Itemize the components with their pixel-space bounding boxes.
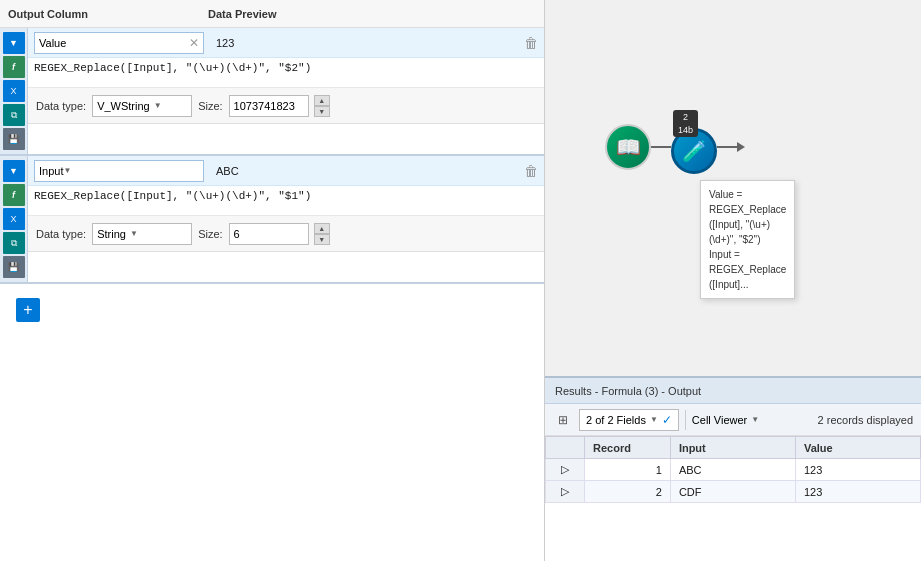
field-2-content: Input ▼ ABC 🗑 REGEX_Replace([Input], "(\… — [28, 156, 544, 282]
cell-viewer-label: Cell Viewer — [692, 414, 747, 426]
field-1-preview: 123 — [208, 37, 516, 49]
fields-dropdown[interactable]: 2 of 2 Fields ▼ ✓ — [579, 409, 679, 431]
results-panel: Results - Formula (3) - Output ⊞ 2 of 2 … — [545, 376, 921, 561]
row-icon-1: ▷ — [546, 459, 585, 481]
variable-icon-2[interactable]: X — [3, 208, 25, 230]
field-2-size-up[interactable]: ▲ — [314, 223, 330, 234]
fields-check-icon: ✓ — [662, 413, 672, 427]
formula-icon-1[interactable]: f — [3, 56, 25, 78]
field-1-size-input[interactable]: 1073741823 — [229, 95, 309, 117]
field-2-size-input[interactable]: 6 — [229, 223, 309, 245]
field-1-datatype-arrow: ▼ — [154, 101, 162, 110]
table-row: ▷ 2 CDF 123 — [546, 481, 921, 503]
field-1-formula: REGEX_Replace([Input], "(\u+)(\d+)", "$2… — [34, 62, 538, 74]
field-1-name: Value — [39, 37, 66, 49]
results-table: Record Input Value ▷ 1 ABC 123 ▷ 2 CDF 1… — [545, 436, 921, 503]
tooltip-line3: ([Input], "(\u+) — [709, 217, 786, 232]
add-field-container: + — [0, 284, 544, 336]
size-label-1: Size: — [198, 100, 222, 112]
copy-icon-1[interactable]: ⧉ — [3, 104, 25, 126]
field-2-datatype-dropdown[interactable]: String ▼ — [92, 223, 192, 245]
datatype-label-1: Data type: — [36, 100, 86, 112]
row-input-1: ABC — [670, 459, 795, 481]
field-1-delete-btn[interactable]: 🗑 — [524, 35, 538, 51]
field-2-datatype-row: Data type: String ▼ Size: 6 ▲ ▼ — [28, 216, 544, 252]
field-2-formula: REGEX_Replace([Input], "(\u+)(\d+)", "$1… — [34, 190, 538, 202]
field-2-header-row: Input ▼ ABC 🗑 — [28, 156, 544, 186]
results-title: Results - Formula (3) - Output — [555, 385, 701, 397]
field-block-2: ▼ f X ⧉ 💾 Input ▼ ABC 🗑 REGEX_R — [0, 156, 544, 284]
tooltip-line6: REGEX_Replace — [709, 262, 786, 277]
field-2-name-dropdown[interactable]: Input ▼ — [34, 160, 204, 182]
save-icon-1[interactable]: 💾 — [3, 128, 25, 150]
field-1-header-row: Value ✕ 123 🗑 — [28, 28, 544, 58]
field-2-dropdown-arrow: ▼ — [63, 166, 71, 175]
connector-line-2 — [717, 146, 737, 148]
field-1-formula-row: REGEX_Replace([Input], "(\u+)(\d+)", "$2… — [28, 58, 544, 88]
tooltip-line2: REGEX_Replace — [709, 202, 786, 217]
column-headers: Output Column Data Preview — [0, 0, 544, 28]
col-header-input: Input — [670, 437, 795, 459]
data-preview-header: Data Preview — [208, 8, 536, 20]
row-icon-2: ▷ — [546, 481, 585, 503]
book-node-icon[interactable]: 📖 — [605, 124, 651, 170]
field-2-icons: ▼ f X ⧉ 💾 — [0, 156, 28, 282]
variable-icon-1[interactable]: X — [3, 80, 25, 102]
output-column-header: Output Column — [8, 8, 208, 20]
fields-dropdown-label: 2 of 2 Fields — [586, 414, 646, 426]
tooltip-line4: (\d+)", "$2") — [709, 232, 786, 247]
field-2-delete-btn[interactable]: 🗑 — [524, 163, 538, 179]
save-icon-2[interactable]: 💾 — [3, 256, 25, 278]
field-1-datatype-row: Data type: V_WString ▼ Size: 1073741823 … — [28, 88, 544, 124]
results-header: Results - Formula (3) - Output — [545, 378, 921, 404]
size-label-2: Size: — [198, 228, 222, 240]
field-2-size-value: 6 — [234, 228, 240, 240]
field-2-datatype-arrow: ▼ — [130, 229, 138, 238]
table-header-row: Record Input Value — [546, 437, 921, 459]
row-num-2: 2 — [585, 481, 671, 503]
node-tooltip: Value = REGEX_Replace ([Input], "(\u+) (… — [700, 180, 795, 299]
field-1-icons: ▼ f X ⧉ 💾 — [0, 28, 28, 154]
field-1-size-up[interactable]: ▲ — [314, 95, 330, 106]
field-1-size-spinner[interactable]: ▲ ▼ — [314, 95, 330, 117]
datatype-label-2: Data type: — [36, 228, 86, 240]
toolbar-divider — [685, 410, 686, 430]
field-1-datatype-value: V_WString — [97, 100, 150, 112]
tooltip-line7: ([Input]... — [709, 277, 786, 292]
col-header-record: Record — [585, 437, 671, 459]
expand-icon-1[interactable]: ▼ — [3, 32, 25, 54]
row-num-1: 1 — [585, 459, 671, 481]
col-header-value: Value — [795, 437, 920, 459]
expand-icon-2[interactable]: ▼ — [3, 160, 25, 182]
field-2-size-spinner[interactable]: ▲ ▼ — [314, 223, 330, 245]
field-2-size-down[interactable]: ▼ — [314, 234, 330, 245]
col-header-icon — [546, 437, 585, 459]
add-field-button[interactable]: + — [16, 298, 40, 322]
field-block-1: ▼ f X ⧉ 💾 Value ✕ 123 🗑 REGEX_R — [0, 28, 544, 156]
fields-dropdown-arrow: ▼ — [650, 415, 658, 424]
copy-icon-2[interactable]: ⧉ — [3, 232, 25, 254]
results-toolbar: ⊞ 2 of 2 Fields ▼ ✓ Cell Viewer ▼ 2 reco… — [545, 404, 921, 436]
node-badge: 214b — [673, 110, 698, 137]
row-input-2: CDF — [670, 481, 795, 503]
field-1-datatype-dropdown[interactable]: V_WString ▼ — [92, 95, 192, 117]
field-2-datatype-value: String — [97, 228, 126, 240]
formula-icon-2[interactable]: f — [3, 184, 25, 206]
connector-line-1 — [651, 146, 671, 148]
flow-node-formula: 214b 🧪 — [671, 120, 717, 174]
field-1-clear-btn[interactable]: ✕ — [189, 36, 199, 50]
cell-viewer-dropdown[interactable]: Cell Viewer ▼ — [692, 414, 759, 426]
field-2-name: Input — [39, 165, 63, 177]
records-count: 2 records displayed — [818, 414, 913, 426]
flow-nodes: 📖 214b 🧪 — [605, 120, 745, 174]
row-value-2: 123 — [795, 481, 920, 503]
field-1-content: Value ✕ 123 🗑 REGEX_Replace([Input], "(\… — [28, 28, 544, 154]
field-1-name-dropdown[interactable]: Value ✕ — [34, 32, 204, 54]
right-panel: 📖 214b 🧪 — [545, 0, 921, 561]
field-2-preview: ABC — [208, 165, 516, 177]
table-row: ▷ 1 ABC 123 — [546, 459, 921, 481]
grid-view-icon[interactable]: ⊞ — [553, 410, 573, 430]
field-1-size-down[interactable]: ▼ — [314, 106, 330, 117]
tooltip-line5: Input = — [709, 247, 786, 262]
formula-editor-panel: Output Column Data Preview ▼ f X ⧉ 💾 Val… — [0, 0, 545, 561]
